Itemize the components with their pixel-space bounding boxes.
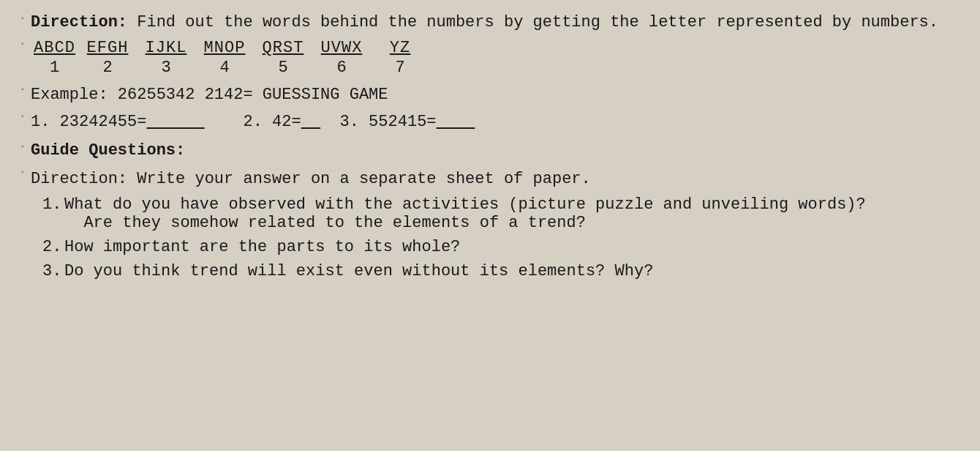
alpha-letters-3: IJKL bbox=[146, 39, 187, 57]
guide-item-3: 3. Do you think trend will exist even wi… bbox=[42, 262, 960, 280]
guide-item-3-number: 3. bbox=[42, 262, 64, 280]
guide-direction-text: Direction: Write your answer on a separa… bbox=[31, 170, 960, 188]
alpha-letters-2: EFGH bbox=[87, 39, 129, 57]
guide-item-2-number: 2. bbox=[42, 238, 64, 256]
alpha-letters-7: YZ bbox=[390, 39, 410, 57]
example-section: ◦ Example: 26255342 2142= GUESSING GAME bbox=[20, 84, 960, 104]
alphabet-row: ABCD 1 EFGH 2 IJKL 3 MNOP 4 QRST 5 bbox=[31, 39, 960, 77]
alpha-group-5: QRST 5 bbox=[254, 39, 312, 77]
direction-section: ◦ Direction: Find out the words behind t… bbox=[20, 13, 960, 31]
alpha-number-1: 1 bbox=[50, 59, 59, 77]
item1-answer bbox=[146, 113, 204, 131]
guide-questions-section: ◦ Guide Questions: bbox=[20, 141, 960, 160]
alphabet-block: ABCD 1 EFGH 2 IJKL 3 MNOP 4 QRST 5 bbox=[31, 39, 960, 77]
alpha-number-6: 6 bbox=[336, 59, 346, 77]
guide-questions-header: Guide Questions: bbox=[31, 141, 960, 160]
guide-sub-items: 1. What do you have observed with the ac… bbox=[42, 195, 960, 280]
alpha-number-2: 2 bbox=[102, 59, 112, 77]
guide-item-3-text: Do you think trend will exist even witho… bbox=[64, 262, 653, 280]
alpha-number-5: 5 bbox=[278, 59, 287, 77]
guide-item-2-text: How important are the parts to its whole… bbox=[64, 238, 460, 256]
bullet-5: ◦ bbox=[20, 143, 25, 151]
main-content: ◦ Direction: Find out the words behind t… bbox=[20, 13, 960, 438]
item3-prefix: 3. 552415= bbox=[340, 113, 437, 131]
alpha-group-1: ABCD 1 bbox=[31, 39, 78, 77]
alpha-number-3: 3 bbox=[161, 59, 170, 77]
example-text: Example: 26255342 2142= GUESSING GAME bbox=[31, 86, 960, 104]
direction-body: Find out the words behind the numbers by… bbox=[127, 13, 938, 31]
guide-item-1: 1. What do you have observed with the ac… bbox=[42, 195, 960, 232]
alpha-number-4: 4 bbox=[219, 59, 229, 77]
bullet-4: ◦ bbox=[20, 113, 25, 121]
item1-prefix: 1. 23242455= bbox=[31, 113, 146, 131]
bullet-3: ◦ bbox=[20, 86, 25, 94]
guide-direction-section: ◦ Direction: Write your answer on a sepa… bbox=[20, 167, 960, 188]
alpha-group-4: MNOP 4 bbox=[195, 39, 254, 77]
bullet-6: ◦ bbox=[20, 168, 25, 176]
alpha-letters-5: QRST bbox=[263, 39, 304, 57]
bullet-2: ◦ bbox=[20, 40, 25, 48]
alpha-group-3: IJKL 3 bbox=[137, 39, 195, 77]
guide-header-text: Guide Questions: bbox=[31, 141, 185, 160]
alpha-letters-1: ABCD bbox=[34, 39, 75, 57]
item3-answer bbox=[437, 113, 475, 131]
direction-text: Direction: Find out the words behind the… bbox=[31, 13, 960, 31]
item2-answer bbox=[301, 113, 320, 131]
item2-prefix: 2. 42= bbox=[243, 113, 301, 131]
alpha-group-7: YZ 7 bbox=[371, 39, 429, 77]
guide-item-2: 2. How important are the parts to its wh… bbox=[42, 238, 960, 256]
alpha-group-2: EFGH 2 bbox=[78, 39, 137, 77]
guide-item-1-text: What do you have observed with the activ… bbox=[64, 195, 866, 232]
alpha-letters-4: MNOP bbox=[204, 39, 246, 57]
direction-label: Direction: bbox=[31, 13, 127, 31]
items-section: ◦ 1. 23242455= 2. 42= 3. 552415= bbox=[20, 111, 960, 131]
alpha-number-7: 7 bbox=[395, 59, 404, 77]
items-row: 1. 23242455= 2. 42= 3. 552415= bbox=[31, 113, 960, 131]
alphabet-section: ◦ ABCD 1 EFGH 2 IJKL 3 MNOP 4 bbox=[20, 39, 960, 77]
alpha-group-6: UVWX 6 bbox=[312, 39, 371, 77]
bullet-1: ◦ bbox=[20, 15, 25, 23]
alpha-letters-6: UVWX bbox=[321, 39, 363, 57]
guide-item-1-number: 1. bbox=[42, 195, 64, 214]
